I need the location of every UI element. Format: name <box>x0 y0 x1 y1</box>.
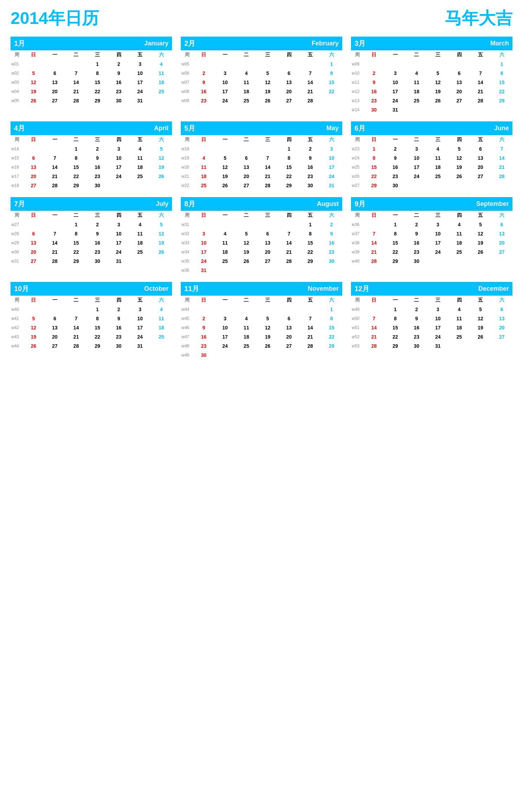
day-cell: 1 <box>65 220 87 229</box>
table-row: w3814151617181920 <box>351 238 512 247</box>
day-cell: 24 <box>193 257 215 266</box>
month-header-6: 6月June <box>351 121 512 135</box>
day-cell: 7 <box>470 69 491 78</box>
day-cell: 12 <box>470 229 491 238</box>
day-cell: 15 <box>321 323 342 332</box>
day-cell: 20 <box>470 163 491 172</box>
table-row: w323456789 <box>181 229 342 238</box>
day-cell: 8 <box>65 229 87 238</box>
day-cell: 20 <box>44 87 66 96</box>
day-cell: 4 <box>129 220 151 229</box>
day-cell: 3 <box>129 59 151 69</box>
month-block-1: 1月January周日一二三四五六w011234w02567891011w031… <box>11 37 172 114</box>
day-cell: 26 <box>448 172 470 181</box>
day-header-3: 二 <box>65 296 87 305</box>
month-table-8: 周日一二三四五六w3112w323456789w3310111213141516… <box>181 211 342 275</box>
day-cell: 31 <box>129 341 151 351</box>
day-cell <box>257 59 279 69</box>
day-cell: 6 <box>470 144 491 153</box>
day-cell: 26 <box>151 172 172 181</box>
day-cell: 4 <box>236 314 257 323</box>
day-cell: 5 <box>23 314 44 323</box>
day-cell: 18 <box>427 163 449 172</box>
day-cell: 3 <box>427 220 449 229</box>
table-row: w286789101112 <box>11 229 172 238</box>
day-cell: 15 <box>385 323 406 332</box>
day-cell: 4 <box>215 229 236 238</box>
day-header-5: 四 <box>448 296 470 305</box>
day-cell: 28 <box>278 257 300 266</box>
week-number: w52 <box>351 332 363 341</box>
day-cell: 11 <box>236 323 257 332</box>
day-cell: 14 <box>300 78 321 87</box>
day-cell: 16 <box>193 332 215 341</box>
day-header-0: 周 <box>11 50 23 59</box>
day-cell <box>129 181 151 190</box>
day-cell: 16 <box>406 238 427 247</box>
day-cell: 24 <box>215 341 236 351</box>
day-cell: 29 <box>65 181 87 190</box>
day-cell: 14 <box>65 323 87 332</box>
day-cell: 22 <box>491 87 512 96</box>
day-cell <box>321 266 342 275</box>
day-cell: 3 <box>406 144 427 153</box>
day-cell: 17 <box>108 238 129 247</box>
day-cell: 16 <box>363 87 385 96</box>
day-cell: 11 <box>129 153 151 163</box>
table-row: w231234567 <box>351 144 512 153</box>
day-cell: 19 <box>257 87 279 96</box>
day-cell: 23 <box>108 87 129 96</box>
table-row: w143031 <box>351 105 512 114</box>
week-number: w07 <box>181 78 193 87</box>
day-cell: 1 <box>87 59 108 69</box>
day-cell: 9 <box>108 69 129 78</box>
week-number: w11 <box>351 78 363 87</box>
day-header-2: 一 <box>44 211 66 220</box>
month-cn-name: 10月 <box>14 284 29 294</box>
week-number: w19 <box>181 153 193 163</box>
day-cell: 28 <box>300 341 321 351</box>
month-cn-name: 12月 <box>355 284 369 294</box>
day-header-2: 一 <box>215 50 236 59</box>
day-cell: 12 <box>215 163 236 172</box>
day-cell: 23 <box>108 332 129 341</box>
day-cell: 30 <box>193 351 215 360</box>
day-cell: 1 <box>300 220 321 229</box>
day-cell: 23 <box>193 96 215 105</box>
day-header-6: 五 <box>129 211 151 220</box>
day-cell: 26 <box>23 341 44 351</box>
day-cell: 2 <box>363 69 385 78</box>
month-header-5: 5月May <box>181 121 342 135</box>
day-cell: 22 <box>278 172 300 181</box>
day-cell: 3 <box>215 69 236 78</box>
day-cell: 6 <box>491 220 512 229</box>
week-number: w08 <box>181 87 193 96</box>
table-row: w079101112131415 <box>181 78 342 87</box>
day-cell: 2 <box>108 59 129 69</box>
day-header-3: 二 <box>236 296 257 305</box>
day-cell <box>193 59 215 69</box>
week-number: w24 <box>351 153 363 163</box>
table-row: w3631 <box>181 266 342 275</box>
month-cn-name: 9月 <box>355 199 365 209</box>
day-cell: 25 <box>448 247 470 257</box>
day-cell: 5 <box>215 153 236 163</box>
day-header-3: 二 <box>236 135 257 144</box>
day-cell: 23 <box>87 172 108 181</box>
week-number: w12 <box>351 87 363 96</box>
month-header-10: 10月October <box>11 282 172 296</box>
day-cell <box>65 305 87 314</box>
table-row: w2011121314151617 <box>181 163 342 172</box>
day-header-6: 五 <box>300 135 321 144</box>
table-row: w4319202122232425 <box>11 332 172 341</box>
day-cell: 11 <box>151 314 172 323</box>
day-cell: 16 <box>321 238 342 247</box>
month-header-11: 11月November <box>181 282 342 296</box>
day-cell: 11 <box>129 229 151 238</box>
day-cell <box>406 181 427 190</box>
day-cell <box>470 105 491 114</box>
day-cell: 2 <box>385 144 406 153</box>
day-cell: 27 <box>491 332 512 341</box>
day-cell: 14 <box>278 238 300 247</box>
month-en-name: January <box>144 40 168 47</box>
